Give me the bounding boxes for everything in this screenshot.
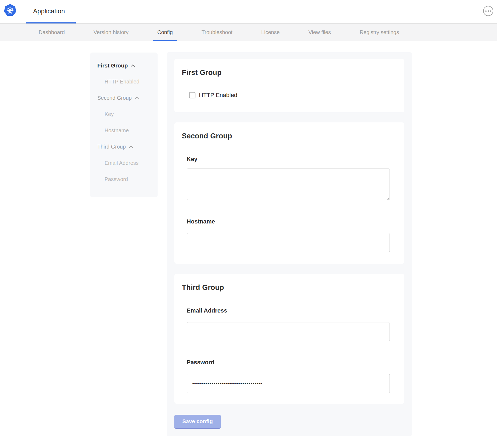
sidebar-item-password[interactable]: Password [90, 171, 158, 187]
hostname-input[interactable] [187, 233, 390, 252]
tab-license[interactable]: License [257, 24, 284, 41]
ellipsis-menu-button[interactable] [483, 6, 493, 16]
hostname-field: Hostname [187, 218, 392, 252]
sidebar-item-key[interactable]: Key [90, 106, 158, 122]
sidebar-item-label: First Group [97, 62, 128, 69]
sidebar-item-first-group[interactable]: First Group [90, 57, 158, 74]
app-header: Application [0, 0, 497, 23]
tab-config[interactable]: Config [153, 24, 177, 41]
config-group-first: First Group HTTP Enabled [174, 59, 404, 112]
chevron-up-icon [135, 97, 139, 99]
sidebar-item-label: Email Address [105, 160, 139, 166]
password-field: Password [187, 359, 392, 393]
key-field: Key [187, 156, 392, 200]
key-textarea[interactable] [187, 169, 390, 200]
tab-troubleshoot[interactable]: Troubleshoot [197, 24, 237, 41]
chevron-up-icon [129, 146, 133, 148]
group-title: Third Group [182, 283, 392, 292]
sidebar-item-label: HTTP Enabled [105, 79, 139, 85]
app-title: Application [33, 0, 65, 22]
sidebar-item-hostname[interactable]: Hostname [90, 122, 158, 139]
app-navbar: Dashboard Version history Config Trouble… [0, 23, 497, 41]
sidebar-item-label: Second Group [97, 95, 132, 101]
password-label: Password [187, 359, 392, 366]
sidebar-item-label: Password [105, 176, 128, 182]
tab-registry-settings[interactable]: Registry settings [355, 24, 403, 41]
hostname-label: Hostname [187, 218, 392, 225]
tab-config-label: Config [157, 29, 173, 35]
key-label: Key [187, 156, 392, 163]
group-title: First Group [182, 69, 392, 77]
email-field: Email Address [187, 307, 392, 341]
sidebar-item-label: Hostname [105, 127, 129, 134]
tab-dashboard[interactable]: Dashboard [34, 24, 69, 41]
save-config-button[interactable]: Save config [174, 415, 221, 429]
http-enabled-checkbox[interactable] [189, 92, 195, 98]
sidebar-item-label: Key [105, 111, 114, 117]
email-input[interactable] [187, 322, 390, 341]
config-group-third: Third Group Email Address Password [174, 274, 404, 404]
sidebar-item-third-group[interactable]: Third Group [90, 139, 158, 155]
chevron-up-icon [131, 64, 135, 67]
sidebar-item-second-group[interactable]: Second Group [90, 90, 158, 106]
http-enabled-row: HTTP Enabled [189, 92, 392, 99]
config-panel: First Group HTTP Enabled Second Group Ke… [167, 52, 412, 436]
sidebar-item-email-address[interactable]: Email Address [90, 155, 158, 171]
sidebar-item-http-enabled[interactable]: HTTP Enabled [90, 74, 158, 90]
sidebar-item-label: Third Group [97, 144, 126, 150]
kubernetes-logo-icon [4, 4, 17, 17]
email-label: Email Address [187, 307, 392, 314]
tab-active-underline [153, 40, 177, 41]
tab-version-history[interactable]: Version history [89, 24, 133, 41]
group-title: Second Group [182, 132, 392, 140]
ellipsis-icon [485, 10, 487, 12]
tab-view-files[interactable]: View files [304, 24, 335, 41]
config-sidebar: First Group HTTP Enabled Second Group Ke… [90, 53, 158, 197]
password-input[interactable] [187, 374, 390, 393]
http-enabled-label[interactable]: HTTP Enabled [199, 92, 237, 99]
config-group-second: Second Group Key Hostname [174, 122, 404, 264]
